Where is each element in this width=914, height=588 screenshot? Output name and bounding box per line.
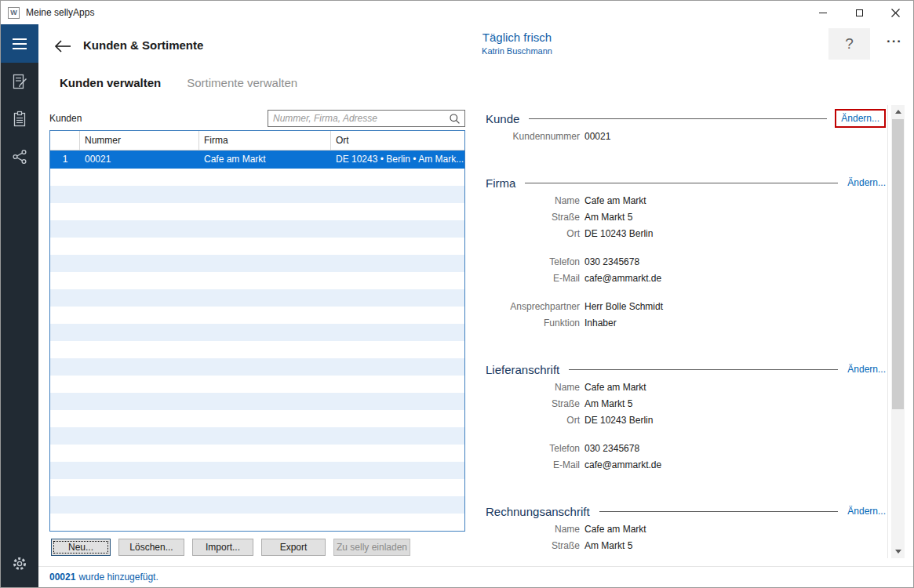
new-button[interactable]: Neu...	[51, 539, 111, 556]
section-rule	[529, 118, 827, 119]
sidebar-item-orders[interactable]	[1, 63, 38, 100]
field-value: DE 10243 Berlin	[584, 412, 653, 429]
delete-button[interactable]: Löschen...	[118, 539, 184, 556]
statusbar: 00021 wurde hinzugefügt.	[38, 566, 913, 587]
column-header-firma[interactable]: Firma	[199, 131, 331, 150]
help-button[interactable]: ?	[828, 28, 870, 60]
hamburger-icon	[13, 38, 27, 40]
field-value: Am Markt 5	[584, 209, 632, 226]
cell-ort: DE 10243 • Berlin • Am Mark...	[331, 151, 464, 169]
panel-divider	[887, 105, 888, 558]
share-icon	[11, 148, 28, 165]
clipboard-icon	[11, 111, 28, 128]
section-body: NameCafe am Markt StraßeAm Markt 5	[479, 521, 886, 554]
tab-sortimente-verwalten[interactable]: Sortimente verwalten	[187, 73, 297, 93]
section-header: Rechnungsanschrift Ändern...	[479, 502, 886, 521]
customer-search	[268, 110, 465, 127]
field-label: Ort	[479, 412, 584, 429]
section-header: Kunde Ändern...	[479, 109, 886, 128]
field-label: Ansprechpartner	[479, 299, 584, 315]
invite-button: Zu selly einladen	[333, 539, 410, 556]
customer-actions: Neu... Löschen... Import... Export Zu se…	[51, 539, 410, 556]
minimize-button[interactable]	[805, 1, 841, 24]
customers-table: Nummer Firma Ort 1 00021 Cafe am Markt D…	[49, 130, 465, 532]
section-rule	[599, 511, 839, 512]
sidebar-item-settings[interactable]	[1, 545, 38, 583]
field-label: Straße	[479, 209, 584, 226]
app-icon: W	[8, 7, 20, 19]
field-label: Telefon	[479, 254, 584, 270]
annotation-highlight-box: Ändern...	[835, 109, 886, 128]
section-title: Firma	[479, 176, 515, 190]
close-button[interactable]	[877, 1, 913, 24]
field-label: E-Mail	[479, 270, 584, 287]
ellipsis-icon: ···	[887, 34, 902, 49]
field-label: Ort	[479, 226, 584, 242]
column-header-nummer[interactable]: Nummer	[80, 131, 199, 150]
import-button[interactable]: Import...	[192, 539, 253, 556]
section-body: NameCafe am Markt StraßeAm Markt 5 OrtDE…	[479, 193, 886, 332]
cell-nummer: 00021	[80, 151, 199, 169]
close-icon	[891, 9, 900, 17]
sidebar	[1, 24, 38, 587]
edit-document-icon	[11, 73, 28, 90]
change-firma-link[interactable]: Ändern...	[847, 177, 886, 188]
field-label: Straße	[479, 396, 584, 412]
field-label: Kundennummer	[479, 129, 584, 145]
sidebar-item-lists[interactable]	[1, 100, 38, 138]
back-arrow-icon	[53, 38, 72, 54]
minimize-icon	[819, 13, 827, 13]
search-input[interactable]	[268, 110, 465, 127]
tab-kunden-verwalten[interactable]: Kunden verwalten	[60, 73, 161, 93]
change-rechnungsanschrift-link[interactable]: Ändern...	[847, 506, 886, 517]
sidebar-item-share[interactable]	[1, 138, 38, 176]
section-body: Kundennummer00021	[479, 129, 886, 145]
back-button[interactable]	[51, 34, 75, 58]
maximize-icon	[856, 9, 863, 16]
section-title: Kunde	[479, 112, 519, 125]
page-header: Kunden & Sortimente Täglich frisch Katri…	[38, 24, 913, 73]
tenant-name: Täglich frisch	[462, 31, 572, 44]
table-row[interactable]: 1 00021 Cafe am Markt DE 10243 • Berlin …	[50, 151, 464, 169]
export-button[interactable]: Export	[261, 539, 326, 556]
section-lieferanschrift: Lieferanschrift Ändern... NameCafe am Ma…	[479, 360, 886, 474]
field-value: 030 2345678	[584, 254, 639, 270]
change-lieferanschrift-link[interactable]: Ändern...	[847, 364, 886, 375]
menu-button[interactable]	[1, 24, 38, 63]
field-value: Cafe am Markt	[584, 379, 646, 396]
section-header: Firma Ändern...	[479, 173, 886, 192]
field-label: Name	[479, 521, 584, 538]
column-header-ort[interactable]: Ort	[331, 131, 464, 150]
field-value: 030 2345678	[584, 441, 639, 457]
field-value: DE 10243 Berlin	[584, 226, 653, 242]
tenant-info: Täglich frisch Katrin Buschmann	[462, 31, 572, 56]
maximize-button[interactable]	[841, 1, 877, 24]
field-label: Name	[479, 379, 584, 396]
scroll-down-button[interactable]	[891, 545, 905, 558]
field-value: Am Markt 5	[584, 538, 632, 554]
section-kunde: Kunde Ändern... Kundennummer00021	[479, 109, 886, 145]
field-label: E-Mail	[479, 457, 584, 474]
field-label: Telefon	[479, 441, 584, 457]
scroll-up-button[interactable]	[891, 105, 905, 118]
cell-index: 1	[50, 151, 80, 169]
field-value: Cafe am Markt	[584, 193, 646, 209]
section-rule	[569, 369, 838, 370]
section-title: Lieferanschrift	[479, 363, 559, 376]
tenant-user: Katrin Buschmann	[462, 46, 572, 56]
detail-scrollbar[interactable]	[891, 105, 905, 558]
field-value: 00021	[584, 129, 610, 145]
settings-icon	[11, 555, 28, 572]
change-kunde-link[interactable]: Ändern...	[841, 113, 879, 124]
section-title: Rechnungsanschrift	[479, 505, 590, 518]
tabbar: Kunden verwalten Sortimente verwalten	[38, 73, 297, 93]
scrollbar-thumb[interactable]	[892, 119, 904, 409]
table-header: Nummer Firma Ort	[50, 131, 464, 151]
section-firma: Firma Ändern... NameCafe am Markt Straße…	[479, 173, 886, 332]
more-button[interactable]: ···	[887, 34, 902, 49]
field-label: Funktion	[479, 315, 584, 332]
field-label: Straße	[479, 538, 584, 554]
window-controls	[805, 1, 913, 24]
column-header-index[interactable]	[50, 131, 80, 150]
status-highlight: 00021	[49, 572, 75, 583]
